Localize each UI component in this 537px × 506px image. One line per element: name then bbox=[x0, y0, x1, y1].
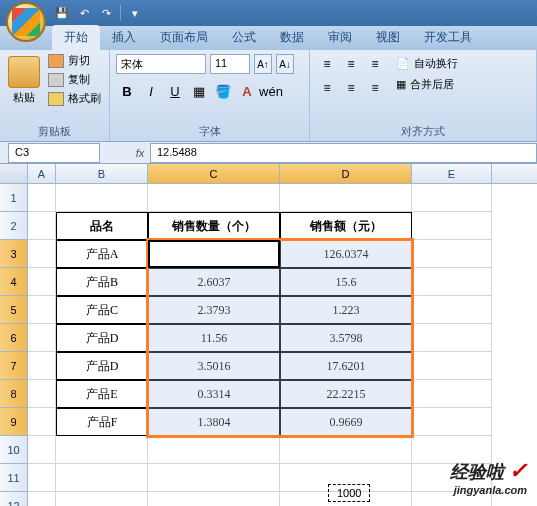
name-box[interactable]: C3 bbox=[8, 143, 100, 163]
increase-font-button[interactable]: A↑ bbox=[254, 54, 272, 74]
tab-formulas[interactable]: 公式 bbox=[220, 25, 268, 50]
align-middle-button[interactable]: ≡ bbox=[340, 54, 362, 74]
decrease-font-button[interactable]: A↓ bbox=[276, 54, 294, 74]
wrap-text-button[interactable]: 📄自动换行 bbox=[394, 54, 460, 73]
table-cell[interactable]: 126.0374 bbox=[280, 240, 412, 268]
tab-home[interactable]: 开始 bbox=[52, 25, 100, 50]
table-cell[interactable]: 3.5016 bbox=[148, 352, 280, 380]
font-size-select[interactable]: 11 bbox=[210, 54, 250, 74]
redo-icon[interactable]: ↷ bbox=[98, 5, 114, 21]
separator bbox=[120, 5, 121, 21]
table-cell[interactable]: 1.223 bbox=[280, 296, 412, 324]
table-cell[interactable]: 15.6 bbox=[280, 268, 412, 296]
table-header-name[interactable]: 品名 bbox=[56, 212, 148, 240]
spreadsheet-grid: A B C D E 1 2 3 4 5 6 7 8 9 10 11 12 品名 bbox=[0, 164, 537, 506]
table-cell[interactable]: 产品F bbox=[56, 408, 148, 436]
table-cell[interactable]: 3.5798 bbox=[280, 324, 412, 352]
table-cell[interactable]: 22.2215 bbox=[280, 380, 412, 408]
col-header-a[interactable]: A bbox=[28, 164, 56, 183]
row-header-9[interactable]: 9 bbox=[0, 408, 28, 436]
watermark: 经验啦 ✓ jingyanla.com bbox=[450, 458, 527, 496]
col-header-c[interactable]: C bbox=[148, 164, 280, 183]
qat-more-icon[interactable]: ▾ bbox=[127, 5, 143, 21]
paste-button[interactable]: 粘贴 bbox=[6, 52, 42, 107]
bold-button[interactable]: B bbox=[116, 80, 138, 102]
tab-view[interactable]: 视图 bbox=[364, 25, 412, 50]
border-button[interactable]: ▦ bbox=[188, 80, 210, 102]
align-center-button[interactable]: ≡ bbox=[340, 78, 362, 98]
row-header-11[interactable]: 11 bbox=[0, 464, 28, 492]
merge-button[interactable]: ▦合并后居 bbox=[394, 75, 460, 94]
align-top-button[interactable]: ≡ bbox=[316, 54, 338, 74]
table-cell[interactable]: 产品C bbox=[56, 296, 148, 324]
row-header-5[interactable]: 5 bbox=[0, 296, 28, 324]
col-header-e[interactable]: E bbox=[412, 164, 492, 183]
phonetic-button[interactable]: wén bbox=[260, 80, 282, 102]
undo-icon[interactable]: ↶ bbox=[76, 5, 92, 21]
table-cell[interactable]: 0.9669 bbox=[280, 408, 412, 436]
paste-label: 粘贴 bbox=[13, 90, 35, 105]
tab-data[interactable]: 数据 bbox=[268, 25, 316, 50]
wrap-label: 自动换行 bbox=[414, 56, 458, 71]
row-header-4[interactable]: 4 bbox=[0, 268, 28, 296]
row-header-10[interactable]: 10 bbox=[0, 436, 28, 464]
tab-developer[interactable]: 开发工具 bbox=[412, 25, 484, 50]
col-header-d[interactable]: D bbox=[280, 164, 412, 183]
formula-bar: C3 fx 12.5488 bbox=[0, 142, 537, 164]
cut-button[interactable]: 剪切 bbox=[46, 52, 103, 69]
row-header-2[interactable]: 2 bbox=[0, 212, 28, 240]
table-cell[interactable]: 0.3314 bbox=[148, 380, 280, 408]
save-icon[interactable]: 💾 bbox=[54, 5, 70, 21]
wrap-icon: 📄 bbox=[396, 57, 410, 70]
font-name-select[interactable]: 宋体 bbox=[116, 54, 206, 74]
tab-review[interactable]: 审阅 bbox=[316, 25, 364, 50]
formula-input[interactable]: 12.5488 bbox=[150, 143, 537, 163]
clipboard-group-label: 剪贴板 bbox=[0, 124, 109, 139]
format-painter-button[interactable]: 格式刷 bbox=[46, 90, 103, 107]
col-header-b[interactable]: B bbox=[56, 164, 148, 183]
copy-icon bbox=[48, 73, 64, 87]
clipboard-group: 粘贴 剪切 复制 格式刷 剪贴板 bbox=[0, 50, 110, 141]
table-header-amt[interactable]: 销售额（元） bbox=[280, 212, 412, 240]
office-button[interactable] bbox=[6, 2, 46, 42]
table-cell[interactable]: 17.6201 bbox=[280, 352, 412, 380]
underline-button[interactable]: U bbox=[164, 80, 186, 102]
table-cell[interactable]: 2.3793 bbox=[148, 296, 280, 324]
select-all-corner[interactable] bbox=[0, 164, 28, 183]
table-cell[interactable]: 1.3804 bbox=[148, 408, 280, 436]
row-header-7[interactable]: 7 bbox=[0, 352, 28, 380]
table-cell[interactable]: 12.5488 bbox=[148, 240, 280, 268]
font-color-button[interactable]: A bbox=[236, 80, 258, 102]
table-cell[interactable]: 产品E bbox=[56, 380, 148, 408]
copy-button[interactable]: 复制 bbox=[46, 71, 103, 88]
table-cell[interactable]: 2.6037 bbox=[148, 268, 280, 296]
table-cell[interactable]: 11.56 bbox=[148, 324, 280, 352]
row-header-3[interactable]: 3 bbox=[0, 240, 28, 268]
tab-layout[interactable]: 页面布局 bbox=[148, 25, 220, 50]
italic-button[interactable]: I bbox=[140, 80, 162, 102]
column-headers: A B C D E bbox=[0, 164, 537, 184]
brush-icon bbox=[48, 92, 64, 106]
row-headers: 1 2 3 4 5 6 7 8 9 10 11 12 bbox=[0, 184, 28, 506]
align-left-button[interactable]: ≡ bbox=[316, 78, 338, 98]
font-group: 宋体 11 A↑ A↓ B I U ▦ 🪣 A wén 字体 bbox=[110, 50, 310, 141]
tab-insert[interactable]: 插入 bbox=[100, 25, 148, 50]
table-cell[interactable]: 产品B bbox=[56, 268, 148, 296]
row-header-8[interactable]: 8 bbox=[0, 380, 28, 408]
fx-icon[interactable]: fx bbox=[130, 147, 150, 159]
table-header-qty[interactable]: 销售数量（个） bbox=[148, 212, 280, 240]
dashed-value-box: 1000 bbox=[328, 484, 370, 502]
align-group: ≡ ≡ ≡ ≡ ≡ ≡ 📄自动换行 ▦合并后居 对齐方式 bbox=[310, 50, 537, 141]
table-cell[interactable]: 产品D bbox=[56, 352, 148, 380]
align-right-button[interactable]: ≡ bbox=[364, 78, 386, 98]
row-header-12[interactable]: 12 bbox=[0, 492, 28, 506]
table-cell[interactable]: 产品D bbox=[56, 324, 148, 352]
watermark-text: 经验啦 bbox=[450, 462, 504, 482]
row-header-6[interactable]: 6 bbox=[0, 324, 28, 352]
ribbon: 粘贴 剪切 复制 格式刷 剪贴板 宋体 11 A↑ A↓ B I U ▦ 🪣 A… bbox=[0, 50, 537, 142]
align-bottom-button[interactable]: ≡ bbox=[364, 54, 386, 74]
cells-area[interactable]: 品名 销售数量（个） 销售额（元） 产品A12.5488126.0374 产品B… bbox=[28, 184, 492, 506]
row-header-1[interactable]: 1 bbox=[0, 184, 28, 212]
table-cell[interactable]: 产品A bbox=[56, 240, 148, 268]
fill-color-button[interactable]: 🪣 bbox=[212, 80, 234, 102]
